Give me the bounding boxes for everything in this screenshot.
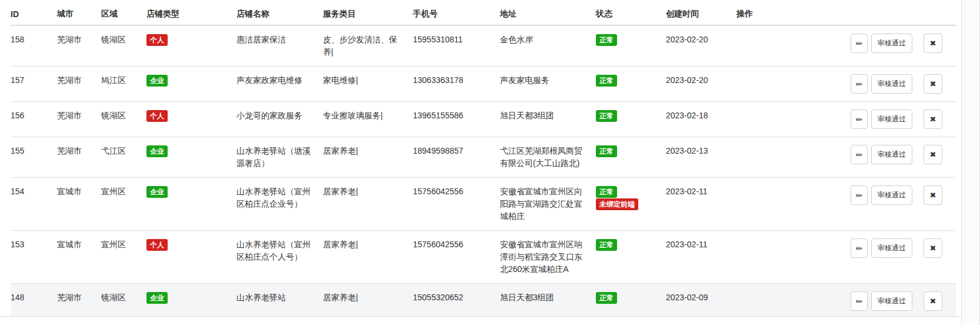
- shop-type-badge: 企业: [146, 186, 168, 198]
- shop-type-badge: 企业: [146, 75, 168, 87]
- approve-button[interactable]: 审核通过: [871, 185, 912, 205]
- shop-type-badge: 企业: [146, 145, 168, 157]
- cell-city: 芜湖市: [57, 284, 101, 317]
- cell-phone: 18949598857: [413, 137, 500, 178]
- cell-shop-name: 山水养老驿站: [236, 284, 323, 317]
- cell-actions: ✏ 审核通过 ✖: [736, 178, 956, 231]
- cell-actions: ✏ 审核通过 ✖: [736, 25, 956, 67]
- pencil-icon: ✏: [856, 80, 863, 88]
- edit-button[interactable]: ✏: [851, 34, 868, 53]
- cell-service-category: 家电维修|: [323, 67, 413, 102]
- cell-id: 148: [11, 284, 57, 317]
- col-header-city: 城市: [57, 0, 101, 25]
- cell-shop-name: 惠洁居家保洁: [236, 25, 323, 67]
- delete-button[interactable]: ✖: [924, 238, 942, 258]
- edit-button[interactable]: ✏: [851, 110, 868, 129]
- delete-button[interactable]: ✖: [924, 110, 942, 129]
- table-row: 153 宣城市 宣州区 个人 山水养老驿站（宣州区柏庄点个人号） 居家养老| 1…: [11, 231, 956, 284]
- cell-city: 宣城市: [57, 178, 101, 231]
- cell-phone: 13063363178: [413, 67, 500, 102]
- edit-button[interactable]: ✏: [851, 238, 868, 258]
- cell-city: 芜湖市: [57, 67, 101, 102]
- cell-district: 镜湖区: [101, 25, 146, 67]
- cell-shop-type: 企业: [146, 284, 236, 317]
- delete-button[interactable]: ✖: [924, 185, 942, 205]
- cell-actions: ✏ 审核通过 ✖: [736, 67, 956, 102]
- shop-type-badge: 个人: [146, 110, 168, 122]
- cell-service-category: 专业擦玻璃服务|: [323, 102, 413, 137]
- col-header-address: 地址: [500, 0, 596, 25]
- cell-district: 镜湖区: [101, 284, 146, 317]
- cell-district: 宣州区: [101, 231, 146, 284]
- col-header-shop-type: 店铺类型: [146, 0, 236, 25]
- col-header-shop-name: 店铺名称: [236, 0, 323, 25]
- cell-actions: ✏ 审核通过 ✖: [736, 231, 956, 284]
- cell-created: 2023-02-11: [666, 178, 736, 231]
- table-row: 157 芜湖市 鸠江区 企业 声友家政家电维修 家电维修| 1306336317…: [11, 67, 956, 102]
- cell-id: 157: [11, 67, 57, 102]
- edit-button[interactable]: ✏: [851, 291, 868, 311]
- cell-address: 声友家电服务: [500, 67, 596, 102]
- status-badge: 正常: [596, 186, 617, 198]
- edit-button[interactable]: ✏: [851, 74, 868, 94]
- status-badge: 正常: [596, 34, 617, 46]
- delete-button[interactable]: ✖: [924, 34, 942, 53]
- cell-city: 芜湖市: [57, 25, 101, 67]
- status-badge: 正常: [596, 239, 617, 251]
- edit-button[interactable]: ✏: [851, 185, 868, 205]
- status-badge: 正常: [596, 75, 617, 87]
- cell-created: 2023-02-13: [666, 137, 736, 178]
- close-icon: ✖: [930, 39, 936, 47]
- table-row: 155 芜湖市 弋江区 企业 山水养老驿站（塘溪源著店） 居家养老| 18949…: [11, 137, 956, 178]
- cell-phone: 15756042556: [413, 231, 500, 284]
- close-icon: ✖: [930, 244, 936, 252]
- cell-status: 正常: [596, 67, 666, 102]
- cell-created: 2023-02-11: [666, 231, 736, 284]
- cell-service-category: 居家养老|: [323, 137, 413, 178]
- pencil-icon: ✏: [856, 115, 863, 124]
- status-badge: 正常: [596, 292, 617, 304]
- cell-service-category: 居家养老|: [323, 284, 413, 317]
- cell-shop-name: 山水养老驿站（塘溪源著店）: [236, 137, 323, 178]
- table-row: 158 芜湖市 镜湖区 个人 惠洁居家保洁 皮、步沙发清洁、保养| 159553…: [11, 25, 956, 67]
- cell-district: 鸠江区: [101, 67, 146, 102]
- cell-shop-type: 个人: [146, 102, 236, 137]
- delete-button[interactable]: ✖: [924, 74, 942, 94]
- shop-type-badge: 个人: [146, 239, 168, 251]
- cell-status: 正常: [596, 231, 666, 284]
- col-header-service-category: 服务类目: [323, 0, 413, 25]
- cell-status: 正常: [596, 137, 666, 178]
- pencil-icon: ✏: [856, 39, 863, 48]
- store-table: ID 城市 区域 店铺类型 店铺名称 服务类目 手机号 地址 状态 创建时间 操…: [11, 0, 956, 317]
- approve-button[interactable]: 审核通过: [871, 34, 912, 53]
- cell-address: 安徽省宣城市宣州区向阳路与宣湖路交汇处宣城柏庄: [500, 178, 596, 231]
- approve-button[interactable]: 审核通过: [871, 110, 912, 129]
- cell-actions: ✏ 审核通过 ✖: [736, 284, 956, 317]
- close-icon: ✖: [930, 297, 936, 305]
- edit-button[interactable]: ✏: [851, 145, 868, 164]
- cell-phone: 15756042556: [413, 178, 500, 231]
- delete-button[interactable]: ✖: [924, 145, 942, 164]
- close-icon: ✖: [930, 151, 936, 158]
- approve-button[interactable]: 审核通过: [871, 291, 912, 311]
- cell-service-category: 皮、步沙发清洁、保养|: [323, 25, 413, 67]
- delete-button[interactable]: ✖: [924, 291, 942, 311]
- cell-created: 2023-02-18: [666, 102, 736, 137]
- cell-status: 正常: [596, 102, 666, 137]
- cell-shop-type: 企业: [146, 67, 236, 102]
- col-header-actions: 操作: [736, 0, 956, 25]
- cell-city: 芜湖市: [57, 102, 101, 137]
- scrollbar-track[interactable]: [961, 0, 980, 325]
- approve-button[interactable]: 审核通过: [871, 238, 912, 258]
- cell-shop-type: 个人: [146, 25, 236, 67]
- cell-shop-type: 企业: [146, 137, 236, 178]
- cell-id: 156: [11, 102, 57, 137]
- header-row: ID 城市 区域 店铺类型 店铺名称 服务类目 手机号 地址 状态 创建时间 操…: [11, 0, 956, 25]
- cell-address: 旭日天都3组团: [500, 102, 596, 137]
- approve-button[interactable]: 审核通过: [871, 74, 912, 94]
- cell-city: 宣城市: [57, 231, 101, 284]
- cell-shop-type: 个人: [146, 231, 236, 284]
- approve-button[interactable]: 审核通过: [871, 145, 912, 164]
- cell-id: 153: [11, 231, 57, 284]
- cell-actions: ✏ 审核通过 ✖: [736, 137, 956, 178]
